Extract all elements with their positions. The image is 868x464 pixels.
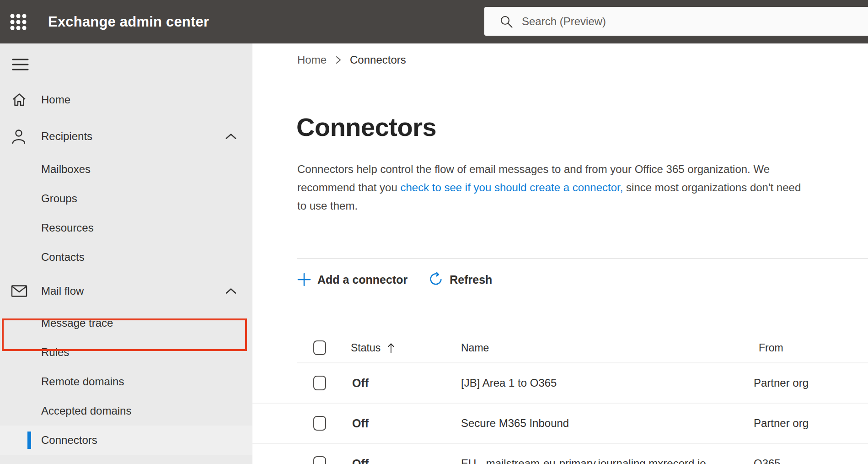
row-status: Off — [352, 417, 369, 430]
sidebar-item-label: Connectors — [41, 434, 97, 447]
create-connector-link[interactable]: check to see if you should create a conn… — [400, 181, 623, 194]
add-connector-button[interactable]: Add a connector — [297, 273, 407, 286]
sidebar-item-label: Resources — [41, 221, 94, 234]
waffle-icon — [7, 11, 29, 33]
plus-icon — [297, 273, 311, 286]
connector-row-0[interactable]: Off [JB] Area 1 to O365 Partner org — [252, 363, 868, 404]
sidebar-item-contacts[interactable]: Contacts — [0, 243, 252, 272]
row-from: Partner org — [754, 417, 809, 430]
person-icon — [11, 128, 29, 145]
sidebar-item-label: Message trace — [41, 317, 113, 329]
sidebar-item-label: Contacts — [41, 251, 85, 264]
breadcrumb: Home Connectors — [297, 54, 406, 66]
sidebar-item-label: Remote domains — [41, 375, 124, 388]
select-all-checkbox[interactable] — [313, 340, 326, 355]
sidebar-item-label: Recipients — [41, 130, 92, 143]
add-connector-label: Add a connector — [317, 273, 407, 286]
sidebar-item-label: Mail flow — [41, 285, 84, 297]
sidebar-item-remote-domains[interactable]: Remote domains — [0, 367, 252, 396]
sort-ascending-icon — [387, 342, 395, 354]
app-launcher-button[interactable] — [7, 11, 29, 33]
chevron-right-icon — [335, 54, 342, 65]
sidebar-item-label: Mailboxes — [41, 163, 91, 176]
status-column-label: Status — [351, 342, 380, 354]
column-header-name[interactable]: Name — [461, 342, 489, 354]
table-header: Status Name From — [252, 332, 868, 363]
column-header-from[interactable]: From — [759, 342, 783, 354]
row-name: [JB] Area 1 to O365 — [461, 377, 557, 389]
connector-row-1[interactable]: Off Secure M365 Inbound Partner org — [252, 404, 868, 444]
row-status: Off — [352, 377, 369, 390]
row-name: Secure M365 Inbound — [461, 417, 569, 430]
connector-list: Off [JB] Area 1 to O365 Partner org Off … — [252, 363, 868, 464]
toolbar-top-divider — [297, 258, 868, 259]
chevron-up-icon[interactable] — [225, 287, 237, 295]
sidebar-item-label: Accepted domains — [41, 405, 131, 417]
sidebar-item-rules[interactable]: Rules — [0, 338, 252, 367]
row-checkbox[interactable] — [313, 456, 326, 464]
mail-icon — [11, 285, 29, 297]
page-description: Connectors help control the flow of emai… — [297, 160, 809, 215]
sidebar-item-label: Rules — [41, 346, 69, 359]
row-status: Off — [352, 457, 369, 464]
sidebar-item-resources[interactable]: Resources — [0, 213, 252, 243]
row-from: O365 — [754, 457, 781, 464]
sidebar-nav: Home Recipients — [0, 85, 252, 455]
global-search[interactable] — [484, 7, 868, 36]
row-checkbox[interactable] — [313, 416, 326, 431]
search-input[interactable] — [521, 15, 843, 28]
refresh-label: Refresh — [450, 273, 492, 286]
hamburger-icon — [11, 55, 29, 74]
breadcrumb-current: Connectors — [350, 54, 406, 66]
connector-row-2[interactable]: Off EU - mailstream-eu-primary.journalin… — [252, 444, 868, 464]
topbar: Exchange admin center — [0, 0, 868, 43]
sidebar-item-groups[interactable]: Groups — [0, 184, 252, 213]
sidebar: Home Recipients — [0, 43, 252, 464]
app-title: Exchange admin center — [48, 0, 209, 43]
sidebar-item-connectors[interactable]: Connectors — [0, 426, 252, 455]
row-from: Partner org — [754, 377, 809, 389]
sidebar-item-label: Groups — [41, 192, 77, 205]
sidebar-item-mailboxes[interactable]: Mailboxes — [0, 155, 252, 184]
sidebar-item-label: Home — [41, 93, 70, 106]
sidebar-item-recipients[interactable]: Recipients — [0, 122, 252, 151]
home-icon — [11, 92, 29, 108]
nav-collapse-button[interactable] — [11, 55, 29, 74]
page-title: Connectors — [296, 112, 436, 142]
sidebar-item-accepted-domains[interactable]: Accepted domains — [0, 396, 252, 426]
sidebar-item-message-trace[interactable]: Message trace — [0, 308, 252, 338]
toolbar: Add a connector Refresh — [297, 268, 492, 291]
row-checkbox[interactable] — [313, 376, 326, 390]
row-name: EU - mailstream-eu-primary.journaling.mx… — [461, 457, 706, 464]
main-content: Home Connectors Connectors Connectors he… — [252, 43, 868, 464]
app-root: { "topbar": { "title": "Exchange admin c… — [0, 0, 868, 464]
breadcrumb-home-link[interactable]: Home — [297, 54, 327, 66]
search-icon — [499, 14, 514, 29]
column-header-status[interactable]: Status — [351, 342, 395, 354]
sidebar-item-mail-flow[interactable]: Mail flow — [0, 275, 252, 307]
refresh-button[interactable]: Refresh — [429, 272, 492, 287]
sidebar-item-home[interactable]: Home — [0, 85, 252, 114]
chevron-up-icon[interactable] — [225, 133, 237, 140]
refresh-icon — [429, 272, 443, 287]
